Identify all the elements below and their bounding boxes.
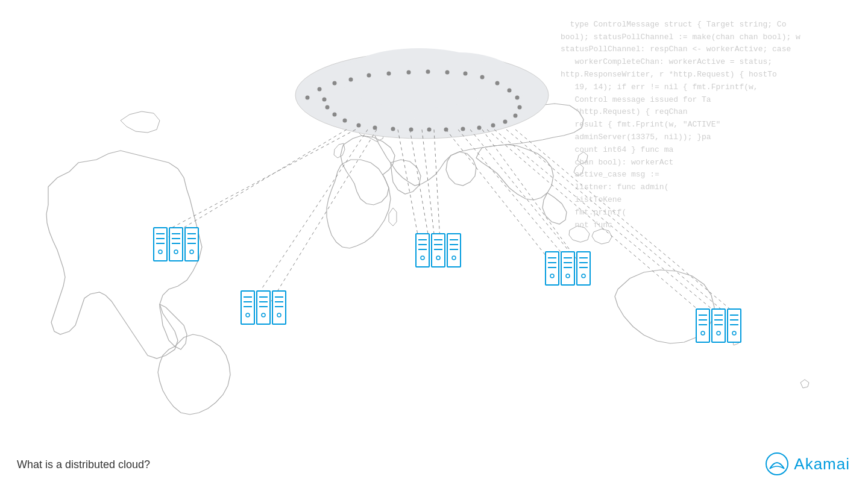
svg-point-27 xyxy=(391,127,395,131)
svg-rect-75 xyxy=(272,291,286,324)
svg-rect-60 xyxy=(185,228,198,261)
svg-point-7 xyxy=(349,78,353,82)
svg-point-15 xyxy=(495,81,500,86)
svg-point-20 xyxy=(503,120,508,124)
akamai-logo-icon xyxy=(765,452,789,476)
svg-rect-80 xyxy=(416,234,429,267)
svg-point-19 xyxy=(514,114,518,118)
svg-rect-110 xyxy=(696,309,709,342)
svg-line-41 xyxy=(506,130,720,308)
svg-point-6 xyxy=(333,81,337,86)
svg-rect-90 xyxy=(447,234,461,267)
svg-line-34 xyxy=(172,130,356,228)
svg-line-38 xyxy=(458,130,561,252)
svg-point-125 xyxy=(766,453,788,475)
svg-rect-120 xyxy=(728,309,741,342)
akamai-logo-text: Akamai xyxy=(794,455,850,474)
svg-point-28 xyxy=(373,126,377,130)
svg-rect-70 xyxy=(257,291,270,324)
akamai-logo: Akamai xyxy=(765,452,850,476)
svg-line-49 xyxy=(487,130,702,313)
svg-rect-100 xyxy=(561,252,574,285)
svg-point-31 xyxy=(333,113,337,117)
svg-point-5 xyxy=(318,87,322,92)
svg-point-18 xyxy=(518,105,522,110)
page-title: What is a distributed cloud? xyxy=(17,458,150,471)
svg-point-17 xyxy=(515,96,520,100)
svg-point-9 xyxy=(387,72,391,76)
svg-point-14 xyxy=(480,75,485,80)
map-area xyxy=(0,0,868,488)
svg-point-21 xyxy=(491,124,495,128)
svg-point-29 xyxy=(357,124,361,128)
svg-point-13 xyxy=(464,72,468,76)
svg-point-10 xyxy=(407,70,411,75)
svg-rect-95 xyxy=(546,252,559,285)
svg-line-40 xyxy=(494,130,711,308)
svg-rect-55 xyxy=(169,228,183,261)
svg-point-11 xyxy=(426,70,430,74)
svg-rect-50 xyxy=(154,228,167,261)
svg-rect-105 xyxy=(577,252,590,285)
svg-point-8 xyxy=(367,74,371,78)
svg-line-39 xyxy=(470,130,570,252)
svg-point-16 xyxy=(508,89,512,93)
svg-line-46 xyxy=(434,130,440,241)
svg-point-33 xyxy=(322,98,327,102)
svg-point-23 xyxy=(461,127,465,131)
svg-line-47 xyxy=(446,130,549,259)
svg-line-37 xyxy=(422,130,434,234)
svg-point-4 xyxy=(306,96,310,100)
svg-rect-85 xyxy=(432,234,445,267)
svg-point-3 xyxy=(341,48,497,108)
svg-point-26 xyxy=(409,128,414,132)
svg-rect-115 xyxy=(712,309,725,342)
svg-point-30 xyxy=(343,119,347,123)
svg-rect-65 xyxy=(241,291,254,324)
svg-point-22 xyxy=(477,126,482,130)
svg-line-44 xyxy=(271,130,377,301)
svg-line-35 xyxy=(262,130,368,288)
svg-point-25 xyxy=(427,128,432,132)
svg-point-32 xyxy=(326,105,330,110)
svg-point-12 xyxy=(445,70,450,75)
